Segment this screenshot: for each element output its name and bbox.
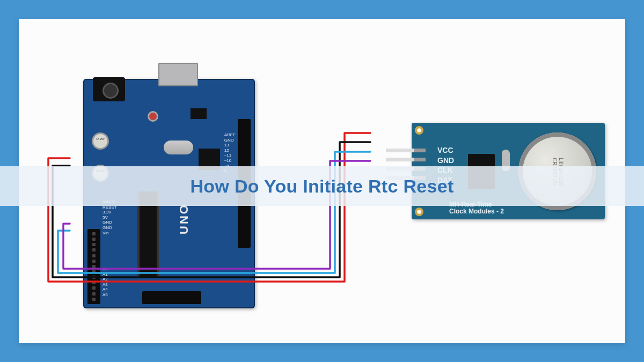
smd-icon: [191, 108, 207, 119]
arduino-bottom-header: [142, 291, 201, 304]
page-title: How Do You Initiate Rtc Reset: [190, 176, 453, 197]
capacitor-icon: 47 25V: [92, 132, 109, 150]
crystal-icon: [164, 141, 193, 154]
arduino-analog-silkscreen: A0 A1 A2 A3 A4 A5: [103, 267, 108, 298]
mounting-hole-icon: [415, 208, 423, 216]
dc-jack-icon: [93, 77, 125, 101]
arduino-reset-button: [148, 111, 158, 122]
rtc-pin-vcc: [386, 149, 426, 152]
rtc-pin-gnd: [386, 158, 426, 161]
arduino-left-header: [87, 229, 100, 304]
title-banner: How Do You Initiate Rtc Reset: [0, 166, 644, 206]
mounting-hole-icon: [415, 126, 423, 135]
arduino-board-label: UNO: [177, 203, 191, 234]
